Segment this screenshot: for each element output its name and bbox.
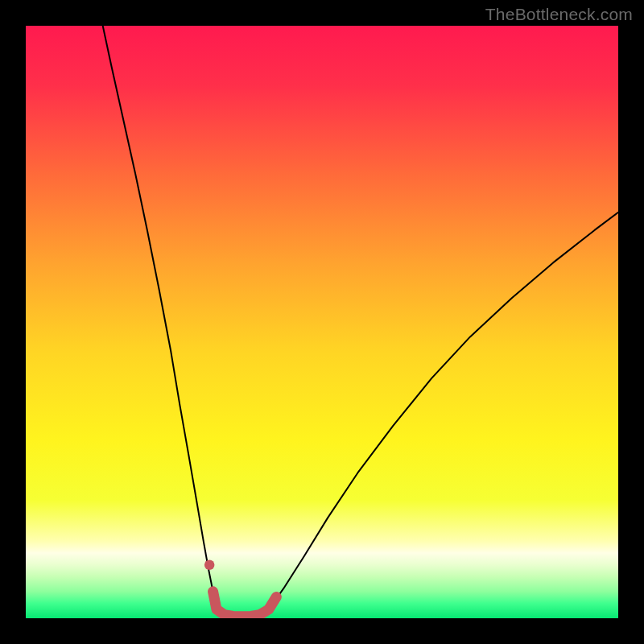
chart-frame: TheBottleneck.com <box>0 0 644 644</box>
curve-layer <box>26 26 618 618</box>
highlight-curve <box>213 592 277 617</box>
bottleneck-curve <box>103 26 618 617</box>
watermark-text: TheBottleneck.com <box>485 5 633 24</box>
plot-area <box>26 26 618 618</box>
highlight-dot-icon <box>204 560 215 571</box>
